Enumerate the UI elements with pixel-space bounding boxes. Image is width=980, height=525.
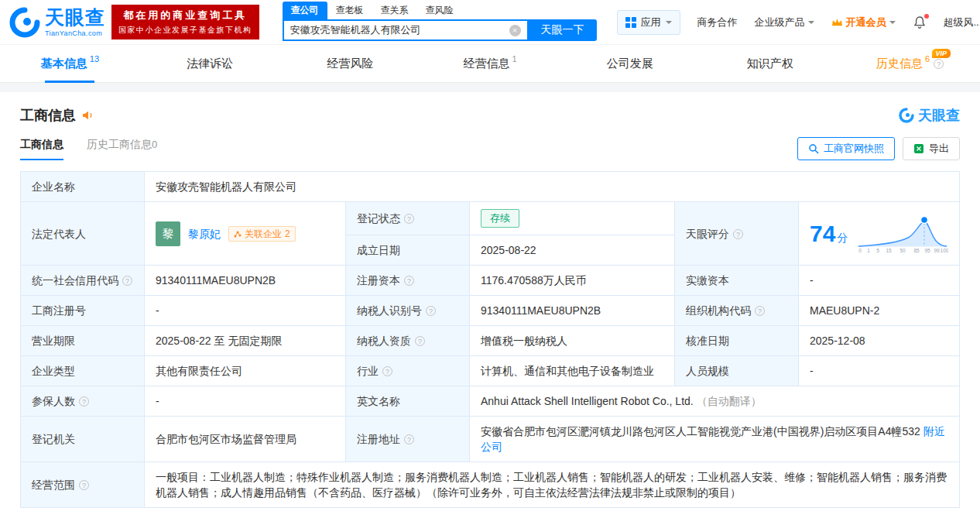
value-text: Anhui Attack Shell Intelligent Robot Co.…: [481, 395, 694, 407]
apps-menu-label: 应用: [641, 15, 661, 29]
table-row: 法定代表人 黎 黎原妃 关联企业 2: [21, 202, 960, 235]
label-score: 天眼评分?: [675, 202, 799, 266]
value-reg-address: 安徽省合肥市包河区淝河镇龙川路包河区人工智能视觉产业港(中国视界)启动区项目A4…: [470, 417, 960, 462]
svg-text:100: 100: [941, 248, 948, 253]
table-row: 经营范围? 一般项目：工业机器人制造；特殊作业机器人制造；服务消费机器人制造；工…: [21, 462, 960, 508]
score-number: 74: [810, 221, 835, 246]
value-text: 其他有限责任公司: [156, 365, 242, 377]
search-button[interactable]: 天眼一下: [529, 19, 597, 41]
label-company-type: 企业类型: [21, 356, 145, 386]
auto-translate-note: （自动翻译）: [697, 395, 762, 407]
tab-intellectual-property[interactable]: 知识产权: [700, 45, 840, 82]
help-icon[interactable]: ?: [755, 306, 765, 316]
help-icon[interactable]: ?: [382, 366, 392, 376]
table-row: 营业期限 2025-08-22 至 无固定期限 纳税人资质? 增值税一般纳税人 …: [21, 326, 960, 356]
value-staff-size: -: [799, 356, 960, 386]
value-company-name: 安徽攻壳智能机器人有限公司: [145, 172, 960, 202]
value-text: 增值税一般纳税人: [481, 335, 567, 347]
label-text: 经营范围: [32, 479, 75, 491]
export-button[interactable]: 导出: [903, 137, 960, 160]
svg-text:99: 99: [934, 248, 940, 253]
subtab-row: 工商信息 历史工商信息0 工商官网快照: [20, 137, 960, 160]
help-icon[interactable]: ?: [733, 229, 743, 239]
label-text: 天眼评分: [686, 228, 729, 240]
table-row: 企业名称 安徽攻壳智能机器人有限公司: [21, 172, 960, 202]
menu-business-cooperation[interactable]: 商务合作: [697, 15, 738, 29]
help-icon[interactable]: ?: [426, 306, 436, 316]
official-snapshot-button[interactable]: 工商官网快照: [797, 137, 895, 160]
search-input[interactable]: [284, 25, 509, 36]
legal-rep-avatar[interactable]: 黎: [156, 221, 180, 246]
main-content: 工商信息 天眼查 工商信息 历史工商信息0: [0, 83, 980, 525]
official-snapshot-label: 工商官网快照: [824, 142, 884, 156]
value-approval-date: 2025-12-08: [799, 326, 960, 356]
top-menu: 应用 商务合作 企业级产品 开通会员 超级风...: [617, 10, 980, 35]
svg-text:0: 0: [858, 248, 862, 253]
value-text: 91340111MAEU8UPN2B: [481, 304, 601, 317]
menu-super-label: 超级风...: [944, 15, 980, 29]
label-reg-authority: 登记机关: [21, 417, 145, 462]
value-paid-capital: -: [799, 266, 960, 296]
label-business-term: 营业期限: [21, 326, 145, 356]
value-business-scope: 一般项目：工业机器人制造；特殊作业机器人制造；服务消费机器人制造；工业机器人销售…: [145, 462, 960, 508]
tab-operation-info-count: 1: [512, 54, 516, 63]
search-tab-risk[interactable]: 查风险: [417, 2, 462, 19]
help-icon[interactable]: ?: [415, 336, 425, 346]
search-tab-company[interactable]: 查公司: [283, 2, 327, 19]
score-distribution-chart: 0 1 5 15 50 85 95 99 100: [857, 214, 948, 254]
label-approval-date: 核准日期: [675, 326, 799, 356]
tab-company-development[interactable]: 公司发展: [560, 45, 700, 82]
help-icon[interactable]: ?: [122, 276, 132, 286]
value-score: 74分 0 1 5 15: [799, 202, 960, 266]
value-company-type: 其他有限责任公司: [145, 356, 346, 386]
value-reg-status: 存续: [470, 202, 675, 235]
tab-legal-litigation[interactable]: 法律诉讼: [140, 45, 280, 82]
section-title-row: 工商信息 天眼查: [20, 106, 960, 125]
tab-history-info[interactable]: VIP 历史信息 6 ?: [840, 45, 980, 82]
menu-super-risk[interactable]: 超级风...: [944, 15, 980, 29]
caret-down-icon: [666, 21, 672, 27]
tianyancha-logo[interactable]: 天眼查 TianYanCha.com: [9, 7, 105, 38]
related-graph-icon: [234, 230, 242, 238]
help-icon[interactable]: ?: [404, 434, 414, 444]
help-icon[interactable]: ?: [404, 276, 414, 286]
apps-menu-button[interactable]: 应用: [617, 10, 680, 35]
tianyancha-logo-icon: [9, 7, 40, 38]
tab-basic-info[interactable]: 基本信息 13: [0, 45, 140, 82]
legal-rep-name-link[interactable]: 黎原妃: [188, 226, 221, 242]
svg-text:1: 1: [867, 248, 870, 253]
section-title-text: 工商信息: [20, 106, 76, 125]
menu-vip-label: 开通会员: [846, 15, 886, 29]
help-icon[interactable]: ?: [934, 59, 944, 69]
export-label: 导出: [929, 142, 949, 156]
label-reg-capital: 注册资本?: [346, 266, 470, 296]
menu-open-vip[interactable]: 开通会员: [831, 15, 896, 29]
value-credit-code: 91340111MAEU8UPN2B: [145, 266, 346, 296]
subtab-history-business-info[interactable]: 历史工商信息0: [87, 138, 157, 160]
label-text: 纳税人识别号: [357, 304, 422, 317]
clear-icon[interactable]: ×: [509, 25, 521, 36]
status-badge: 存续: [481, 209, 519, 228]
notification-bell-icon[interactable]: [913, 15, 927, 29]
subtab-business-info[interactable]: 工商信息: [20, 138, 63, 160]
help-icon[interactable]: ?: [79, 480, 89, 490]
label-text: 企业名称: [32, 180, 75, 193]
related-companies-tag[interactable]: 关联企业 2: [228, 226, 296, 242]
label-taxpayer-id: 纳税人识别号?: [346, 296, 470, 326]
menu-enterprise-products[interactable]: 企业级产品: [755, 15, 814, 29]
megaphone-icon: [81, 109, 94, 122]
subtab-history-label: 历史工商信息: [87, 138, 152, 150]
label-paid-capital: 实缴资本: [675, 266, 799, 296]
value-taxpayer-id: 91340111MAEU8UPN2B: [470, 296, 675, 326]
help-icon[interactable]: ?: [404, 214, 414, 224]
apps-grid-icon: [625, 17, 636, 28]
business-info-table: 企业名称 安徽攻壳智能机器人有限公司 法定代表人 黎 黎原妃 关联企业: [20, 171, 960, 508]
value-legal-rep: 黎 黎原妃 关联企业 2: [145, 202, 346, 266]
help-icon[interactable]: ?: [79, 396, 89, 407]
search-tab-relation[interactable]: 查关系: [372, 2, 417, 19]
tab-operation-info[interactable]: 经营信息 1: [420, 45, 560, 82]
search-tab-boss[interactable]: 查老板: [327, 2, 372, 19]
tab-history-info-count: 6: [925, 54, 930, 63]
label-reg-number: 工商注册号: [21, 296, 145, 326]
tab-operation-risk[interactable]: 经营风险: [280, 45, 420, 82]
